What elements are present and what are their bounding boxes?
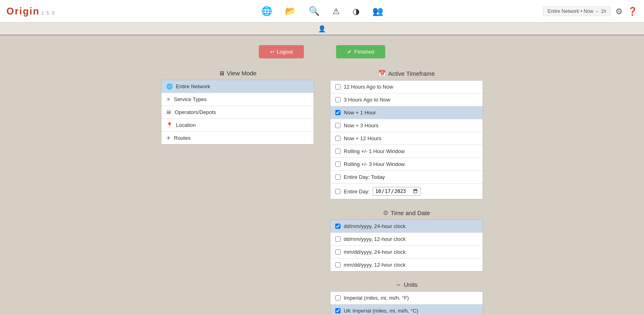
warning-icon[interactable]: ⚠ [332, 6, 340, 16]
timeframe-now-1h[interactable]: Now + 1 Hour [330, 106, 483, 119]
timeframe-rolling-3h[interactable]: Rolling +/- 3 Hour Window [330, 158, 483, 171]
time-and-date-section: ⊙ Time and Date dd/mm/yyyy, 24-hour cloc… [330, 209, 483, 271]
timeframe-12h-ago[interactable]: 12 Hours Ago to Now [330, 81, 483, 93]
timeframe-3h-ago-checkbox[interactable] [335, 97, 341, 102]
view-mode-list: 🌐 Entire Network ✳ Service Types 🏛 Opera… [161, 80, 314, 145]
help-icon[interactable]: ❓ [627, 6, 638, 16]
finished-label: Finished [354, 49, 374, 55]
search-icon[interactable]: 🔍 [309, 6, 320, 17]
active-timeframe-title: 📅 Active Timeframe [330, 70, 483, 77]
timeframe-entire-day-today[interactable]: Entire Day: Today [330, 171, 483, 184]
app-logo: Origin1.5.0 [6, 6, 55, 17]
logout-label: Logout [277, 49, 293, 55]
timeframe-entire-day-date[interactable]: Entire Day: [330, 184, 483, 199]
timeframe-12h-ago-checkbox[interactable] [335, 84, 341, 89]
units-list: Imperial (miles, mi, mi/h, °F) UK Imperi… [330, 291, 483, 315]
time-dd-mm-12[interactable]: dd/mm/yyyy, 12-hour clock [330, 233, 483, 246]
timeframe-now-12h-checkbox[interactable] [335, 136, 341, 141]
people-icon[interactable]: 👥 [372, 6, 383, 17]
timeframe-3h-ago[interactable]: 3 Hours Ago to Now [330, 93, 483, 106]
time-mm-dd-12[interactable]: mm/dd/yyyy, 12-hour clock [330, 259, 483, 271]
logout-icon: ↩ [270, 49, 275, 55]
timeframe-rolling-3h-checkbox[interactable] [335, 162, 341, 167]
view-mode-operators-depots[interactable]: 🏛 Operators/Depots [161, 106, 314, 119]
units-imperial[interactable]: Imperial (miles, mi, mi/h, °F) [330, 292, 483, 305]
monitor-icon: 🖥 [219, 70, 225, 77]
globe-icon[interactable]: 🌐 [261, 6, 272, 17]
top-bar: Origin1.5.0 🌐 📂 🔍 ⚠ ◑ 👥 Entire Network •… [0, 0, 644, 23]
active-timeframe-section: 📅 Active Timeframe 12 Hours Ago to Now 3… [330, 70, 483, 199]
time-mm-dd-24-checkbox[interactable] [335, 249, 341, 255]
nav-status: Entire Network • Now → 1h [543, 6, 611, 16]
units-uk-imperial-checkbox[interactable] [335, 308, 341, 313]
active-timeframe-list: 12 Hours Ago to Now 3 Hours Ago to Now N… [330, 80, 483, 199]
app-version: 1.5.0 [41, 10, 55, 15]
time-dd-mm-24[interactable]: dd/mm/yyyy, 24-hour clock [330, 220, 483, 233]
time-and-date-title: ⊙ Time and Date [330, 209, 483, 216]
timeframe-now-12h[interactable]: Now + 12 Hours [330, 132, 483, 145]
timeframe-entire-day-date-checkbox[interactable] [335, 189, 341, 194]
user-icon: 👤 [318, 25, 326, 33]
timeframe-rolling-1h-checkbox[interactable] [335, 149, 341, 154]
units-title: ↔ Units [330, 281, 483, 288]
service-icon: ✳ [166, 96, 171, 102]
units-uk-imperial[interactable]: UK Imperial (miles, mi, mi/h, °C) [330, 305, 483, 315]
location-icon: 📍 [166, 122, 173, 128]
logout-button[interactable]: ↩ Logout [259, 45, 304, 58]
view-mode-entire-network[interactable]: 🌐 Entire Network [161, 80, 314, 93]
timeframe-now-3h-checkbox[interactable] [335, 123, 341, 128]
chart-icon[interactable]: ◑ [353, 6, 359, 16]
clock-icon: ⊙ [383, 209, 388, 216]
timeframe-entire-day-today-checkbox[interactable] [335, 174, 341, 180]
timeframe-now-1h-checkbox[interactable] [335, 110, 341, 115]
nav-right: Entire Network • Now → 1h ⚙ ❓ [543, 6, 638, 16]
view-mode-service-types[interactable]: ✳ Service Types [161, 93, 314, 106]
units-imperial-checkbox[interactable] [335, 295, 341, 300]
timeframe-now-3h[interactable]: Now + 3 Hours [330, 119, 483, 132]
view-mode-location[interactable]: 📍 Location [161, 119, 314, 132]
time-mm-dd-12-checkbox[interactable] [335, 262, 341, 267]
action-row: ↩ Logout ✔ Finished [16, 45, 628, 58]
check-icon: ✔ [347, 49, 352, 55]
timeframe-rolling-1h[interactable]: Rolling +/- 1 Hour Window [330, 145, 483, 158]
panels-row: 🖥 View Mode 🌐 Entire Network ✳ Service T… [16, 70, 628, 315]
time-and-date-list: dd/mm/yyyy, 24-hour clock dd/mm/yyyy, 12… [330, 220, 483, 271]
left-panel: 🖥 View Mode 🌐 Entire Network ✳ Service T… [161, 70, 314, 315]
units-section: ↔ Units Imperial (miles, mi, mi/h, °F) U… [330, 281, 483, 315]
view-mode-title: 🖥 View Mode [161, 70, 314, 77]
app-title: Origin [6, 6, 40, 17]
folder-icon[interactable]: 📂 [285, 6, 296, 17]
globe-small-icon: 🌐 [166, 83, 173, 89]
resize-icon: ↔ [395, 281, 401, 288]
calendar-icon: 📅 [378, 70, 386, 77]
entire-day-date-input[interactable] [373, 187, 421, 196]
time-dd-mm-24-checkbox[interactable] [335, 224, 341, 229]
nav-icons: 🌐 📂 🔍 ⚠ ◑ 👥 [261, 6, 383, 17]
right-panel: 📅 Active Timeframe 12 Hours Ago to Now 3… [330, 70, 483, 315]
time-dd-mm-12-checkbox[interactable] [335, 236, 341, 242]
depot-icon: 🏛 [166, 109, 171, 115]
settings-icon[interactable]: ⚙ [615, 6, 623, 16]
sub-bar: 👤 [0, 23, 644, 35]
view-mode-routes[interactable]: ✈ Routes [161, 132, 314, 144]
main-content: ↩ Logout ✔ Finished 🖥 View Mode 🌐 Entire… [0, 35, 644, 315]
time-mm-dd-24[interactable]: mm/dd/yyyy, 24-hour clock [330, 246, 483, 259]
finished-button[interactable]: ✔ Finished [336, 45, 385, 58]
routes-icon: ✈ [166, 135, 171, 141]
